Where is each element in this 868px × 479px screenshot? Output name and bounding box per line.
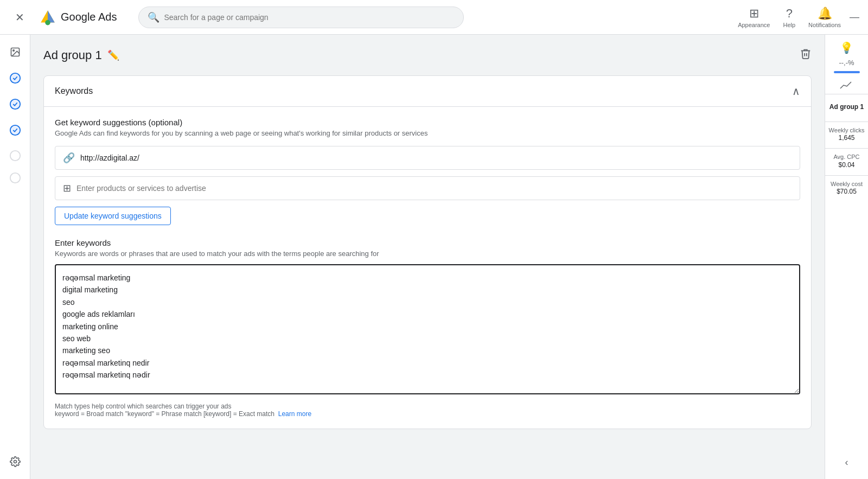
avg-cpc-value: $0.04 bbox=[825, 161, 868, 169]
weekly-cost-label: Weekly cost bbox=[825, 180, 868, 188]
enter-keywords-section: Enter keywords Keywords are words or phr… bbox=[55, 238, 800, 418]
notifications-button[interactable]: 🔔 Notifications bbox=[808, 7, 841, 28]
svg-point-5 bbox=[10, 73, 20, 83]
suggestion-section: Get keyword suggestions (optional) Googl… bbox=[55, 118, 800, 225]
products-input-field[interactable]: ⊞ bbox=[55, 176, 800, 200]
sidebar-item-check3[interactable] bbox=[4, 119, 26, 141]
sidebar-item-circle1[interactable] bbox=[9, 150, 21, 163]
topbar: ✕ Google Ads 🔍 ⊞ Appearance ? Help 🔔 Not… bbox=[0, 0, 868, 35]
right-panel: 💡 --,-% Ad group 1 Weekly clicks 1,645 A… bbox=[825, 35, 868, 479]
keywords-card-body: Get keyword suggestions (optional) Googl… bbox=[44, 107, 811, 429]
arrow-1-indicator bbox=[30, 215, 33, 244]
trend-chart-icon bbox=[839, 80, 854, 91]
svg-point-8 bbox=[10, 151, 20, 161]
empty-circle-2-icon bbox=[9, 172, 21, 184]
update-suggestions-button[interactable]: Update keyword suggestions bbox=[55, 207, 171, 225]
sidebar-item-circle2[interactable] bbox=[9, 172, 21, 186]
suggestion-title: Get keyword suggestions (optional) bbox=[55, 118, 800, 127]
search-input[interactable] bbox=[164, 13, 455, 22]
svg-point-9 bbox=[10, 173, 20, 183]
link-icon: 🔗 bbox=[63, 152, 75, 164]
enter-keywords-title: Enter keywords bbox=[55, 238, 800, 247]
arrow-2-indicator bbox=[30, 406, 33, 435]
svg-point-4 bbox=[12, 50, 14, 52]
weekly-cost-section: Weekly cost $70.05 bbox=[825, 175, 868, 200]
keywords-card-title: Keywords bbox=[55, 86, 93, 96]
keywords-collapse-button[interactable]: ∧ bbox=[792, 85, 800, 98]
appearance-icon: ⊞ bbox=[749, 7, 759, 21]
sidebar-item-settings[interactable] bbox=[4, 451, 26, 472]
trend-icon[interactable] bbox=[839, 80, 854, 92]
avg-cpc-label: Avg. CPC bbox=[825, 153, 868, 161]
topbar-actions: ⊞ Appearance ? Help 🔔 Notifications bbox=[738, 7, 841, 28]
brand-name: Google Ads bbox=[61, 11, 117, 23]
page-title-group: Ad group 1 ✏️ bbox=[43, 48, 119, 62]
edit-title-button[interactable]: ✏️ bbox=[107, 49, 119, 61]
url-input[interactable] bbox=[80, 154, 792, 162]
match-types-text: Match types help control which searches … bbox=[55, 403, 800, 410]
check-circle-2-icon bbox=[9, 98, 21, 110]
svg-point-7 bbox=[10, 125, 20, 135]
trash-icon bbox=[800, 48, 812, 60]
ad-group-section: Ad group 1 bbox=[825, 94, 868, 119]
dash-value: --,-% bbox=[839, 59, 854, 67]
delete-button[interactable] bbox=[800, 48, 812, 62]
keywords-desc: Keywords are words or phrases that are u… bbox=[55, 250, 800, 258]
empty-circle-icon bbox=[9, 150, 21, 162]
help-icon: ? bbox=[786, 7, 793, 21]
logo: Google Ads bbox=[39, 9, 117, 26]
lightbulb-icon[interactable]: 💡 bbox=[840, 41, 853, 54]
page-title: Ad group 1 bbox=[43, 48, 102, 62]
avg-cpc-section: Avg. CPC $0.04 bbox=[825, 148, 868, 173]
suggestion-desc: Google Ads can find keywords for you by … bbox=[55, 129, 800, 137]
content-wrapper: Keywords ∧ Get keyword suggestions (opti… bbox=[43, 75, 812, 429]
weekly-clicks-section: Weekly clicks 1,645 bbox=[825, 122, 868, 146]
page-header: Ad group 1 ✏️ bbox=[43, 48, 812, 62]
google-ads-logo-icon bbox=[39, 9, 56, 26]
grid-icon: ⊞ bbox=[63, 182, 71, 194]
search-icon: 🔍 bbox=[148, 11, 159, 23]
red-arrow-1-icon bbox=[30, 215, 33, 242]
weekly-clicks-label: Weekly clicks bbox=[825, 126, 868, 134]
svg-point-10 bbox=[14, 461, 16, 463]
main-content: Ad group 1 ✏️ bbox=[30, 35, 825, 479]
sidebar-item-check1[interactable] bbox=[4, 67, 26, 89]
search-bar[interactable]: 🔍 bbox=[138, 7, 464, 28]
weekly-clicks-value: 1,645 bbox=[825, 134, 868, 142]
keywords-card: Keywords ∧ Get keyword suggestions (opti… bbox=[43, 75, 812, 429]
appearance-button[interactable]: ⊞ Appearance bbox=[738, 7, 770, 28]
notifications-icon: 🔔 bbox=[818, 7, 832, 21]
sidebar-bottom bbox=[4, 451, 26, 472]
match-types-info: Match types help control which searches … bbox=[55, 403, 800, 418]
check-circle-icon bbox=[9, 72, 21, 84]
close-button[interactable]: ✕ bbox=[9, 7, 30, 28]
red-arrow-2-icon bbox=[30, 406, 33, 433]
sidebar bbox=[0, 35, 30, 479]
weekly-cost-value: $70.05 bbox=[825, 188, 868, 195]
svg-point-6 bbox=[10, 99, 20, 109]
keywords-textarea[interactable]: rəqəmsal marketing digital marketing seo… bbox=[55, 264, 800, 394]
progress-bar bbox=[834, 71, 860, 73]
ad-group-label: Ad group 1 bbox=[825, 99, 868, 115]
match-types-detail: keyword = Broad match "keyword" = Phrase… bbox=[55, 410, 800, 418]
settings-icon bbox=[10, 456, 21, 467]
sidebar-item-check2[interactable] bbox=[4, 93, 26, 115]
image-icon bbox=[10, 47, 21, 58]
url-input-field[interactable]: 🔗 bbox=[55, 146, 800, 170]
check-circle-3-icon bbox=[9, 124, 21, 136]
keywords-card-header: Keywords ∧ bbox=[44, 76, 811, 107]
svg-point-2 bbox=[45, 20, 50, 25]
products-input[interactable] bbox=[76, 184, 792, 193]
help-button[interactable]: ? Help bbox=[783, 7, 795, 28]
sidebar-item-image[interactable] bbox=[4, 41, 26, 63]
right-panel-collapse-button[interactable]: ‹ bbox=[841, 452, 853, 472]
learn-more-link[interactable]: Learn more bbox=[278, 410, 311, 418]
minimize-button[interactable]: — bbox=[850, 11, 859, 23]
